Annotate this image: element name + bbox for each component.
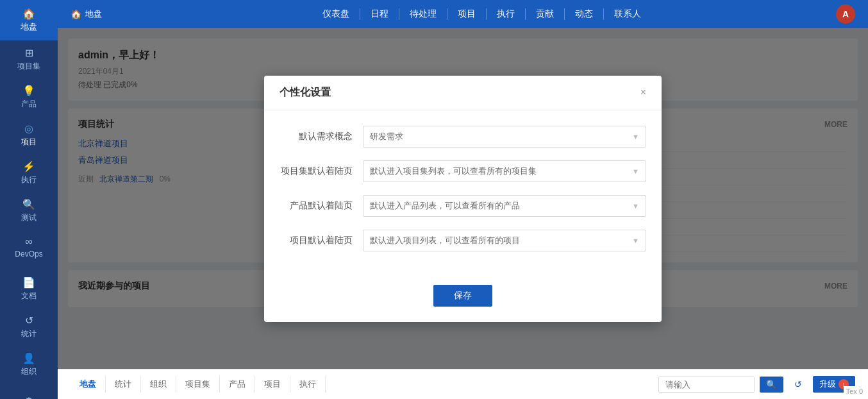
upgrade-label: 升级	[819, 378, 836, 390]
form-row-product: 产品默认着陆页 默认进入产品列表，可以查看所有的产品 ▼	[280, 195, 646, 217]
bottom-bar: 地盘 统计 组织 项目集 产品 项目 执行 🔍 ↺ 升级 ↑ Tex 0	[58, 369, 868, 399]
modal-overlay[interactable]: 个性化设置 × 默认需求概念 研发需求 ▼ 项目集默认着陆页	[58, 28, 868, 369]
nav-contact[interactable]: 联系人	[604, 8, 651, 20]
sidebar-item-project[interactable]: ◎ 项目	[0, 116, 58, 154]
modal-body: 默认需求概念 研发需求 ▼ 项目集默认着陆页 默认进入项目集列表，可以查看所有的…	[264, 110, 662, 275]
bottom-tab-dashboard[interactable]: 地盘	[71, 376, 106, 393]
bottom-tab-project[interactable]: 项目	[255, 376, 290, 393]
nav-dashboard[interactable]: 仪表盘	[312, 8, 360, 20]
execution-icon: ⚡	[22, 160, 35, 173]
sidebar-logo[interactable]: 🏠 地盘	[0, 0, 58, 40]
home-nav-icon: 🏠	[71, 9, 81, 19]
devops-icon: ∞	[25, 236, 32, 248]
bottom-tab-execution[interactable]: 执行	[290, 376, 326, 393]
project-icon: ◎	[24, 123, 33, 135]
nav-pending[interactable]: 待处理	[399, 8, 447, 20]
product-value: 默认进入产品列表，可以查看所有的产品	[370, 200, 520, 212]
personalization-modal: 个性化设置 × 默认需求概念 研发需求 ▼ 项目集默认着陆页	[264, 76, 662, 322]
project-landing-value: 默认进入项目列表，可以查看所有的项目	[370, 235, 520, 246]
projectset-chevron: ▼	[632, 167, 639, 175]
sidebar-item-execution[interactable]: ⚡ 执行	[0, 154, 58, 192]
sidebar-item-stats[interactable]: ↺ 统计	[0, 308, 58, 346]
sidebar-item-admin[interactable]: ⚙ 后台	[0, 389, 58, 399]
main-content: 🏠 地盘 仪表盘 日程 待处理 项目 执行 贡献 动态 联系人 A admin，…	[58, 0, 868, 399]
requirement-label: 默认需求概念	[280, 131, 363, 142]
org-icon: 👤	[22, 352, 35, 364]
refresh-button[interactable]: ↺	[789, 375, 808, 394]
sidebar-item-projects[interactable]: ⊞ 项目集	[0, 40, 58, 78]
requirement-select[interactable]: 研发需求 ▼	[363, 126, 646, 148]
project-landing-chevron: ▼	[632, 237, 639, 244]
top-nav: 🏠 地盘 仪表盘 日程 待处理 项目 执行 贡献 动态 联系人 A	[58, 0, 868, 28]
stats-icon: ↺	[25, 314, 33, 327]
requirement-chevron: ▼	[632, 133, 639, 140]
product-chevron: ▼	[632, 202, 639, 210]
modal-title: 个性化设置	[280, 86, 331, 99]
modal-footer: 保存	[264, 275, 662, 322]
bottom-tab-projectset[interactable]: 项目集	[176, 376, 220, 393]
product-label: 产品默认着陆页	[280, 200, 363, 212]
page-body: admin，早上好！ 2021年04月1 待处理 已完成0% 项目统计 北京禅道…	[58, 28, 868, 369]
form-row-project-landing: 项目默认着陆页 默认进入项目列表，可以查看所有的项目 ▼	[280, 230, 646, 251]
sidebar-item-org[interactable]: 👤 组织	[0, 346, 58, 384]
form-row-requirement: 默认需求概念 研发需求 ▼	[280, 126, 646, 148]
nav-schedule[interactable]: 日程	[360, 8, 399, 20]
breadcrumb-label: 地盘	[85, 8, 102, 20]
form-row-projectset: 项目集默认着陆页 默认进入项目集列表，可以查看所有的项目集 ▼	[280, 160, 646, 182]
corner-label: Tex 0	[844, 386, 865, 396]
bottom-search: 🔍 ↺ 升级 ↑	[658, 375, 855, 394]
breadcrumb[interactable]: 🏠 地盘	[71, 8, 102, 20]
nav-contribution[interactable]: 贡献	[526, 8, 565, 20]
modal-header: 个性化设置 ×	[264, 76, 662, 110]
sidebar-item-docs[interactable]: 📄 文档	[0, 270, 58, 308]
nav-project[interactable]: 项目	[447, 8, 487, 20]
search-button[interactable]: 🔍	[760, 377, 783, 393]
nav-activity[interactable]: 动态	[565, 8, 604, 20]
sidebar-item-devops[interactable]: ∞ DevOps	[0, 230, 58, 265]
projectset-select[interactable]: 默认进入项目集列表，可以查看所有的项目集 ▼	[363, 160, 646, 182]
docs-icon: 📄	[22, 276, 35, 289]
sidebar: 🏠 地盘 ⊞ 项目集 💡 产品 ◎ 项目 ⚡ 执行 🔍 测试 ∞ DevOps	[0, 0, 58, 399]
admin-icon: ⚙	[24, 395, 33, 399]
test-icon: 🔍	[22, 198, 35, 210]
project-landing-select[interactable]: 默认进入项目列表，可以查看所有的项目 ▼	[363, 230, 646, 251]
sidebar-item-product[interactable]: 💡 产品	[0, 78, 58, 116]
product-select[interactable]: 默认进入产品列表，可以查看所有的产品 ▼	[363, 195, 646, 217]
modal-close-button[interactable]: ×	[640, 87, 646, 98]
requirement-value: 研发需求	[370, 131, 403, 142]
bottom-tab-stats[interactable]: 统计	[106, 376, 141, 393]
projectset-value: 默认进入项目集列表，可以查看所有的项目集	[370, 166, 537, 177]
product-icon: 💡	[22, 85, 35, 97]
bottom-tab-org[interactable]: 组织	[141, 376, 176, 393]
top-nav-links: 仪表盘 日程 待处理 项目 执行 贡献 动态 联系人	[128, 8, 836, 20]
save-button[interactable]: 保存	[433, 285, 492, 307]
user-avatar[interactable]: A	[836, 4, 855, 24]
home-icon: 🏠	[22, 8, 35, 20]
projectset-label: 项目集默认着陆页	[280, 166, 363, 177]
sidebar-item-test[interactable]: 🔍 测试	[0, 192, 58, 230]
search-input[interactable]	[658, 377, 755, 393]
sidebar-logo-label: 地盘	[21, 21, 37, 33]
nav-execution[interactable]: 执行	[487, 8, 526, 20]
bottom-tab-product[interactable]: 产品	[220, 376, 255, 393]
project-landing-label: 项目默认着陆页	[280, 235, 363, 246]
sidebar-bottom: ⚙ 后台 ≡	[0, 389, 58, 399]
projects-icon: ⊞	[25, 47, 33, 59]
